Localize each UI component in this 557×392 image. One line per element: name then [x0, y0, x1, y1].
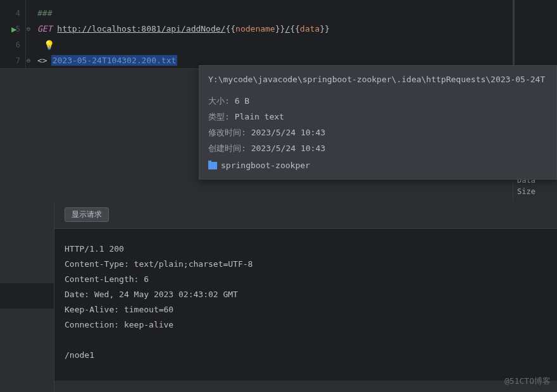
code-panel: 4 ▶ 5 ⊖ 6 7 ⊖ ### GET http://localhost:8… — [0, 0, 557, 69]
response-file-link[interactable]: 2023-05-24T104302.200.txt — [51, 55, 178, 66]
response-content-type: Content-Type: text/plain;charset=UTF-8 — [65, 257, 547, 272]
project-name: springboot-zookper — [221, 161, 310, 170]
watermark: @51CTO博客 — [504, 376, 551, 387]
file-info-tooltip: Y:\mycode\javacode\springboot-zookper\.i… — [199, 65, 557, 180]
gutter-line-6: 6 — [0, 37, 25, 52]
response-date: Date: Wed, 24 May 2023 02:43:02 GMT — [65, 287, 547, 302]
sidebar-size-label: Size — [517, 187, 557, 196]
response-panel: 显示请求 HTTP/1.1 200 Content-Type: text/pla… — [0, 201, 557, 392]
gutter-line-5: ▶ 5 ⊖ — [0, 21, 25, 37]
response-status: HTTP/1.1 200 — [65, 242, 547, 257]
angle-brackets-icon: <> — [37, 56, 47, 65]
response-connection: Connection: keep-alive — [65, 317, 547, 333]
code-line-request: GET http://localhost:8081/api/addNode/{{… — [37, 21, 557, 37]
code-line-bulb: 💡 — [37, 37, 557, 52]
var-data: data — [300, 24, 320, 34]
tooltip-size: 大小: 6 B — [208, 95, 548, 107]
editor-area: 4 ▶ 5 ⊖ 6 7 ⊖ ### GET http://localhost:8… — [0, 0, 557, 392]
request-toolbar: 显示请求 — [54, 201, 557, 229]
response-keep-alive: Keep-Alive: timeout=60 — [65, 302, 547, 317]
response-body-text: /node1 — [65, 348, 547, 363]
gutter-line-7: 7 ⊖ — [0, 52, 25, 68]
gutter-line-4: 4 — [0, 5, 25, 21]
var-nodename: nodename — [235, 24, 275, 34]
folder-icon — [208, 162, 217, 169]
code-line-comment: ### — [37, 5, 557, 21]
response-blank — [65, 333, 547, 348]
response-main: 显示请求 HTTP/1.1 200 Content-Type: text/pla… — [54, 201, 557, 392]
tooltip-path: Y:\mycode\javacode\springboot-zookper\.i… — [208, 75, 548, 84]
url-text: http://localhost:8081/api/addNode/ — [57, 24, 225, 34]
http-method: GET — [37, 24, 52, 34]
lightbulb-icon[interactable]: 💡 — [44, 40, 54, 50]
code-content[interactable]: ### GET http://localhost:8081/api/addNod… — [25, 0, 557, 68]
tooltip-type: 类型: Plain text — [208, 111, 548, 123]
show-request-button[interactable]: 显示请求 — [65, 207, 109, 222]
editor-scrollbar[interactable] — [513, 0, 515, 65]
tooltip-created: 创建时间: 2023/5/24 10:43 — [208, 143, 548, 154]
line-gutter: 4 ▶ 5 ⊖ 6 7 ⊖ — [0, 0, 25, 68]
response-content-length: Content-Length: 6 — [65, 272, 547, 287]
comment-marker: ### — [37, 8, 52, 18]
tooltip-project: springboot-zookper — [208, 161, 548, 170]
response-body[interactable]: HTTP/1.1 200 Content-Type: text/plain;ch… — [54, 229, 557, 381]
response-left-gutter — [0, 201, 54, 392]
run-icon[interactable]: ▶ — [11, 24, 16, 34]
tooltip-modified: 修改时间: 2023/5/24 10:43 — [208, 127, 548, 138]
